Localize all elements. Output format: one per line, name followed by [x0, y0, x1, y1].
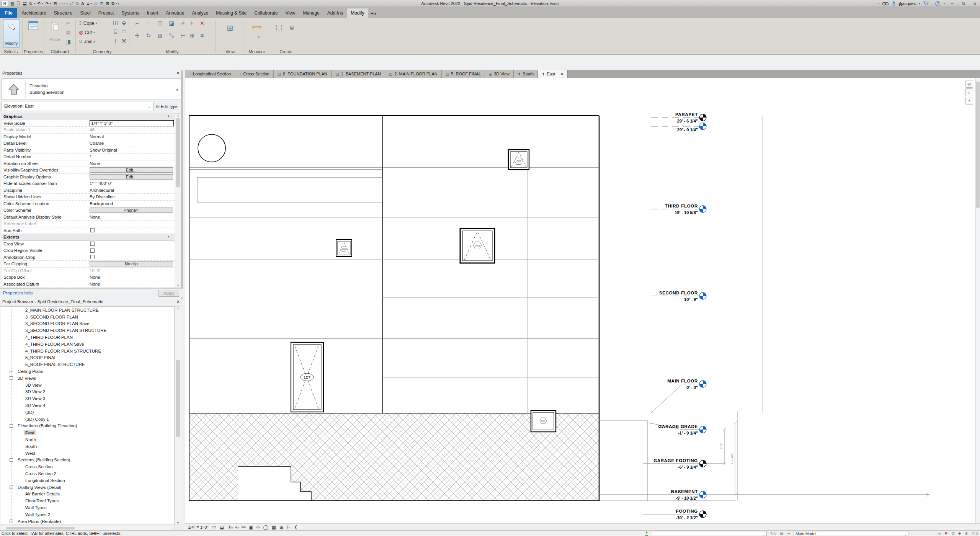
- edit-in-place-icon[interactable]: ⚑: [944, 531, 948, 536]
- remove-coping-icon[interactable]: ⛶: [119, 27, 129, 36]
- measure-caret2-icon[interactable]: ▾: [254, 33, 263, 42]
- property-row-far-clip-offset[interactable]: Far Clip Offset10' 0": [2, 268, 175, 275]
- tree-item-ceiling-plans[interactable]: +Ceiling Plans: [0, 368, 174, 375]
- tree-item-north[interactable]: North: [0, 436, 174, 443]
- switch-windows-icon[interactable]: ⧉: [111, 0, 114, 7]
- create-group-icon[interactable]: ⬚: [274, 23, 284, 32]
- ribbon-tab-collaborate[interactable]: Collaborate: [250, 8, 281, 18]
- tree-item-south[interactable]: South: [0, 443, 174, 450]
- level-marker-footing[interactable]: FOOTING-10' - 2 1/2": [643, 509, 706, 520]
- level-marker-parapet-low[interactable]: 29' - 0 1/4": [651, 123, 706, 132]
- ribbon-tab-view[interactable]: View: [282, 8, 299, 18]
- property-row-associated-datum[interactable]: Associated DatumNone: [2, 281, 175, 288]
- reveal-hidden-elements-icon[interactable]: ◯: [263, 524, 268, 530]
- shadows-icon[interactable]: ◐: [235, 524, 238, 530]
- tree-item-3-second-floor-plan-save[interactable]: 3_SECOND FLOOR PLAN Save: [0, 320, 174, 327]
- aligned-dimension-icon[interactable]: ⤢: [70, 0, 73, 7]
- tree-item-east[interactable]: East: [0, 429, 174, 436]
- account-avatar-icon[interactable]: [892, 1, 896, 6]
- redo-caret-icon[interactable]: ▾: [50, 2, 51, 5]
- collapse-chevron-icon[interactable]: »: [167, 236, 170, 238]
- tree-item-3d-view[interactable]: 3D View: [0, 382, 174, 389]
- property-value[interactable]: <none>: [88, 207, 175, 214]
- section-icon[interactable]: ◇: [94, 0, 97, 7]
- print-icon[interactable]: ⊟: [53, 0, 57, 7]
- collapse-search-icon[interactable]: ‹: [878, 2, 879, 5]
- offset-icon[interactable]: ∟: [144, 19, 153, 28]
- scale-icon[interactable]: ⤡: [167, 31, 176, 40]
- properties-palette-button[interactable]: [26, 20, 41, 42]
- property-value[interactable]: [88, 254, 175, 261]
- properties-close-icon[interactable]: ✕: [176, 71, 180, 76]
- search-binoculars-icon[interactable]: [882, 2, 889, 6]
- property-button[interactable]: Edit...: [90, 174, 173, 180]
- unpin-icon[interactable]: ≡: [198, 31, 207, 40]
- tree-item-floor-roof-types[interactable]: Floor/Roof Types: [0, 497, 174, 504]
- apply-coping-icon[interactable]: ⌸: [111, 27, 120, 36]
- revit-logo-icon[interactable]: R: [2, 1, 8, 6]
- open-icon[interactable]: ❒: [16, 0, 20, 7]
- modify-tool-button[interactable]: ⬉ Modify: [3, 19, 20, 47]
- paint-icon[interactable]: ⟊: [111, 36, 120, 46]
- property-row-hide-at-scales-coarser-than[interactable]: Hide at scales coarser than1" = 400'-0": [2, 180, 175, 187]
- tree-item-cross-section[interactable]: Cross Section: [0, 463, 174, 470]
- undo-icon[interactable]: ↶: [37, 0, 41, 7]
- window-basement[interactable]: 0W1: [531, 410, 556, 432]
- sync-icon[interactable]: ↻: [29, 0, 33, 7]
- customize-qat-icon[interactable]: ▾: [118, 2, 119, 5]
- worksets-dialog-icon[interactable]: ▤: [780, 531, 783, 536]
- panel-label-measure[interactable]: Measure: [245, 49, 269, 55]
- property-row-show-hidden-lines[interactable]: Show Hidden LinesBy Discipline: [2, 194, 175, 201]
- drawing-area[interactable]: 3W3 2W3 2W6 0W1: [185, 78, 975, 523]
- view-scale-button[interactable]: 1/4" = 1'-0": [188, 525, 209, 529]
- tree-item-3d-view-4[interactable]: 3D View 4: [0, 402, 174, 409]
- level-marker-third-floor[interactable]: THIRD FLOOR19' - 10 5/8": [651, 204, 706, 215]
- ribbon-tab-annotate[interactable]: Annotate: [162, 8, 188, 18]
- paste-button[interactable]: Paste: [47, 20, 62, 43]
- property-value[interactable]: Coarse: [88, 140, 175, 147]
- tree-item-3d-views[interactable]: −3D Views: [0, 375, 174, 382]
- view-tab-0-foundation-plan[interactable]: ▤0_FOUNDATION PLAN: [274, 70, 332, 78]
- tree-item-3-second-floor-plan[interactable]: 3_SECOND FLOOR PLAN: [0, 314, 174, 320]
- property-value[interactable]: 1: [88, 154, 175, 160]
- apply-button[interactable]: Apply: [158, 290, 179, 297]
- project-browser-header[interactable]: Project Browser - Spid Residence_Final_S…: [0, 299, 183, 306]
- tree-item-sections-building-section[interactable]: −Sections (Building Section): [0, 457, 174, 464]
- tree-item-5-roof-final[interactable]: 5_ROOF FINAL: [0, 355, 174, 361]
- property-button[interactable]: <none>: [90, 208, 173, 213]
- view-tab-close-icon[interactable]: ✕: [560, 72, 564, 76]
- wall-join-icon[interactable]: ◫: [111, 18, 120, 27]
- design-option-dropdown[interactable]: Main Model⌄: [794, 531, 908, 536]
- undo-caret-icon[interactable]: ▾: [42, 2, 43, 5]
- select-underlay-icon[interactable]: ⊡: [951, 531, 954, 536]
- property-checkbox[interactable]: [90, 242, 95, 246]
- property-row-color-scheme[interactable]: Color Scheme<none>: [2, 207, 175, 214]
- view-tab-3d-view[interactable]: ⬙3D View: [485, 70, 513, 78]
- tree-item-3d-copy-1[interactable]: {3D} Copy 1: [0, 416, 174, 423]
- view-tab-east[interactable]: ⬆East✕: [538, 70, 568, 78]
- panel-label-geometry[interactable]: Geometry: [76, 49, 129, 55]
- tree-item-wall-types[interactable]: Wall Types: [0, 504, 174, 511]
- steering-wheel-icon[interactable]: ◎: [965, 80, 973, 88]
- rotate-icon[interactable]: ↻: [144, 31, 153, 40]
- property-row-graphic-display-options[interactable]: Graphic Display OptionsEdit...: [2, 174, 175, 181]
- property-value[interactable]: 1/4" = 1'-0": [88, 120, 175, 127]
- collapse-icon[interactable]: −: [10, 424, 13, 428]
- browser-scrollbar[interactable]: ▲ ▼: [175, 306, 181, 525]
- tree-item-4-third-floor-plan-structure[interactable]: 4_THIRD FLOOR PLAN STRUCTURE: [0, 348, 174, 355]
- window-third-floor[interactable]: 3W3: [508, 150, 529, 170]
- property-input[interactable]: 1/4" = 1'-0": [90, 120, 174, 126]
- expand-icon[interactable]: +: [10, 370, 13, 373]
- tree-item-4-third-floor-plan[interactable]: 4_THIRD FLOOR PLAN: [0, 334, 174, 341]
- door-1d7[interactable]: 1D7: [291, 342, 323, 412]
- property-button[interactable]: No clip: [90, 261, 173, 266]
- show-analytical-model-icon[interactable]: ⊞: [279, 524, 283, 530]
- ribbon-tab-file[interactable]: File: [0, 8, 17, 18]
- property-row-color-scheme-location[interactable]: Color Scheme LocationBackground: [2, 201, 175, 208]
- pin-icon[interactable]: ⊕: [188, 31, 197, 40]
- property-row-detail-level[interactable]: Detail LevelCoarse: [2, 140, 175, 147]
- browser-hscrollbar[interactable]: [0, 526, 175, 530]
- edit-type-button[interactable]: ⊟ Edit Type: [155, 102, 181, 111]
- tree-item-west[interactable]: West: [0, 450, 174, 457]
- ribbon-tab-insert[interactable]: Insert: [143, 8, 162, 18]
